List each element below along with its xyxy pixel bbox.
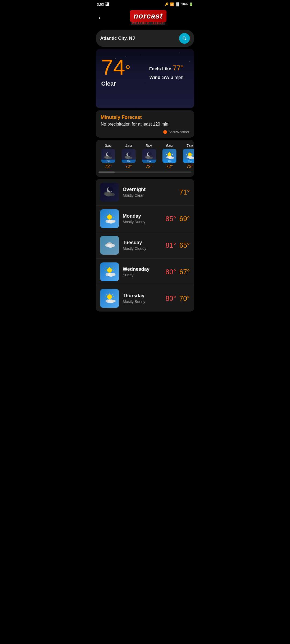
daily-weather-icon [100, 289, 119, 308]
hourly-card: 3AM 2% 72° 4AM 2% 72° 5AM [96, 140, 194, 177]
daily-temps: 71° [179, 188, 190, 196]
svg-point-54 [107, 215, 112, 219]
svg-point-16 [149, 157, 153, 159]
hourly-item: 7AM 1% 73° [180, 144, 194, 169]
hourly-temperature: 72° [146, 164, 153, 169]
weather-hero: 74° Clear Feels Like 77° Wind SW 3 mph [96, 49, 194, 108]
daily-condition: Mostly Sunny [123, 299, 162, 304]
hourly-time: 4AM [125, 144, 132, 148]
status-time: 3:53 🖼 [97, 2, 109, 6]
search-button[interactable] [179, 33, 190, 44]
hourly-temperature: 72° [105, 164, 112, 169]
svg-point-25 [188, 153, 192, 156]
daily-high: 85° [165, 215, 176, 223]
logo-container: norcast WEATHER ALERT [103, 10, 194, 25]
svg-point-13 [148, 152, 152, 156]
minutely-description: No precipitation for at least 120 min [101, 122, 189, 127]
accuweather-label: AccuWeather [168, 130, 189, 134]
hourly-weather-icon: 1% [183, 149, 194, 163]
precip-percent: 2% [142, 160, 156, 163]
daily-info: Wednesday Sunny [123, 266, 162, 277]
svg-point-78 [107, 294, 112, 299]
daily-info: Thursday Mostly Sunny [123, 293, 162, 304]
signal-icon: ▐▌ [175, 2, 180, 6]
daily-info: Tuesday Mostly Cloudy [123, 240, 162, 251]
svg-line-83 [107, 294, 107, 295]
precip-percent: 1% [162, 160, 176, 163]
svg-line-59 [107, 215, 107, 215]
svg-point-68 [107, 268, 112, 273]
precip-percent: 1% [183, 160, 194, 163]
hourly-temperature: 72° [125, 164, 132, 169]
daily-weather-icon [100, 236, 119, 255]
daily-day-label: Monday [123, 213, 162, 219]
daily-day-label: Thursday [123, 293, 162, 299]
battery-icon: 🔋 [189, 2, 193, 6]
daily-item: Overnight Mostly Clear 71° [96, 179, 194, 206]
daily-day-label: Tuesday [123, 240, 162, 246]
hourly-item: 4AM 2% 72° [119, 144, 138, 169]
feels-like-label: Feels Like [149, 66, 171, 72]
current-condition: Clear [101, 80, 130, 87]
hourly-weather-icon: 2% [122, 149, 136, 163]
daily-info: Overnight Mostly Clear [123, 187, 176, 197]
daily-item: Thursday Mostly Sunny 80° 70° [96, 285, 194, 312]
daily-high: 80° [165, 294, 176, 303]
minutely-card: Minutely Forecast No precipitation for a… [96, 110, 194, 138]
svg-point-11 [129, 157, 132, 159]
logo-text: norcast [134, 12, 163, 20]
hourly-temperature: 72° [166, 164, 173, 169]
daily-day-label: Wednesday [123, 266, 162, 272]
daily-high: 80° [165, 268, 176, 276]
daily-condition: Mostly Sunny [123, 220, 162, 224]
svg-point-8 [128, 152, 131, 156]
svg-point-50 [108, 187, 113, 192]
precip-percent: 2% [122, 160, 136, 163]
daily-condition: Mostly Cloudy [123, 246, 162, 251]
hourly-time: 3AM [105, 144, 111, 148]
daily-low: 65° [179, 241, 190, 250]
daily-info: Monday Mostly Sunny [123, 213, 162, 224]
daily-weather-icon [100, 209, 119, 228]
svg-point-3 [107, 152, 111, 156]
feels-wind-panel: Feels Like 77° Wind SW 3 mph [149, 64, 183, 80]
hourly-weather-icon: 2% [101, 149, 115, 163]
daily-high: 81° [165, 241, 176, 250]
daily-low: 70° [179, 294, 190, 303]
accuweather-badge: AccuWeather [101, 130, 189, 134]
daily-temps: 85° 69° [165, 215, 190, 223]
scroll-track [99, 171, 191, 173]
current-temperature: 74° [101, 57, 130, 78]
accuweather-icon [163, 130, 167, 134]
svg-point-17 [168, 153, 171, 156]
hourly-weather-icon: 2% [142, 149, 156, 163]
hourly-weather-icon: 1% [162, 149, 176, 163]
app-header: ‹ norcast WEATHER ALERT [93, 9, 197, 28]
svg-line-1 [185, 39, 186, 40]
daily-low: 69° [179, 215, 190, 223]
hourly-time: 6AM [166, 144, 173, 148]
photo-icon: 🖼 [105, 2, 109, 6]
precip-percent: 2% [101, 160, 115, 163]
hourly-item: 3AM 2% 72° [99, 144, 118, 169]
hourly-row: 3AM 2% 72° 4AM 2% 72° 5AM [99, 144, 194, 169]
back-button[interactable]: ‹ [96, 13, 103, 22]
svg-line-84 [112, 294, 113, 295]
key-icon: 🔑 [165, 2, 169, 6]
feels-like-temp: 77° [173, 64, 183, 72]
app-logo: norcast [130, 10, 166, 22]
hourly-scroll[interactable]: 3AM 2% 72° 4AM 2% 72° 5AM [96, 144, 194, 169]
status-bar: 3:53 🖼 🔑 📶 ▐▌ 10% 🔋 [93, 0, 197, 9]
svg-line-74 [112, 268, 113, 268]
hourly-time: 5AM [146, 144, 152, 148]
svg-line-60 [112, 215, 113, 215]
minutely-title: Minutely Forecast [101, 115, 189, 120]
wifi-icon: 📶 [170, 2, 174, 6]
location-display: Atlantic City, NJ [100, 36, 176, 41]
svg-point-53 [110, 193, 115, 196]
svg-point-67 [111, 244, 115, 247]
svg-point-24 [171, 157, 174, 159]
daily-item: Wednesday Sunny 80° 67° [96, 259, 194, 285]
daily-weather-icon [100, 262, 119, 281]
daily-temps: 81° 65° [165, 241, 190, 250]
